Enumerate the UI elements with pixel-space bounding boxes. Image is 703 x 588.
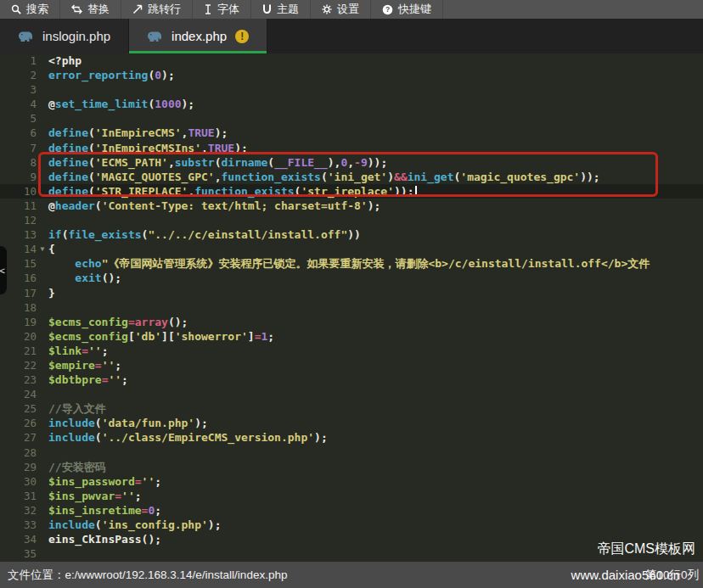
toolbar-item-gotoline[interactable]: 跳转行	[121, 0, 193, 19]
code-line[interactable]: 10define('STR_IREPLACE',function_exists(…	[0, 184, 703, 199]
code-line[interactable]: 4@set_time_limit(1000);	[0, 97, 703, 111]
tab-inslogin[interactable]: inslogin.php	[0, 19, 129, 53]
svg-text:?: ?	[385, 5, 390, 14]
gear-icon	[322, 4, 332, 14]
code-text: define('MAGIC_QUOTES_GPC',function_exist…	[48, 170, 600, 184]
fold-slot	[37, 430, 48, 445]
status-bar: 文件位置： e:/wwwroot/192.168.3.14/e/install/…	[0, 562, 703, 588]
help-icon: ?	[382, 4, 393, 15]
code-line[interactable]: 5	[0, 111, 703, 126]
code-line[interactable]: 1<?php	[0, 53, 703, 68]
code-line[interactable]: 12	[0, 213, 703, 227]
tab-index[interactable]: index.php!	[129, 19, 267, 53]
code-text: exit();	[48, 271, 121, 285]
toolbar-item-shortcuts[interactable]: ?快捷键	[371, 0, 443, 19]
code-line[interactable]: 6define('InEmpireCMS',TRUE);	[0, 126, 703, 140]
code-line[interactable]: 17}	[0, 286, 703, 300]
code-text: $empire='';	[48, 358, 121, 372]
code-text: $ecms_config['db']['showerror']=1;	[48, 329, 274, 344]
code-text: define('STR_IREPLACE',function_exists('s…	[48, 184, 417, 199]
toolbar-item-settings[interactable]: 设置	[311, 0, 371, 19]
code-text: echo"《帝国网站管理系统》安装程序已锁定。如果要重新安装，请删除<b>/c/…	[48, 256, 650, 271]
code-text: if(file_exists("../../c/einstall/install…	[48, 227, 361, 242]
code-line[interactable]: 30$ins_password='';	[0, 474, 703, 489]
line-number: 32	[0, 503, 37, 518]
line-number: 34	[0, 532, 37, 546]
fold-slot	[37, 184, 48, 199]
code-line[interactable]: 28	[0, 445, 703, 460]
code-line[interactable]: 16 exit();	[0, 271, 703, 285]
code-line[interactable]: 34eins_CkInsPass();	[0, 532, 703, 546]
theme-icon	[262, 4, 272, 14]
code-line[interactable]: 23$dbtbpre='';	[0, 372, 703, 387]
code-line[interactable]: 29//安装密码	[0, 460, 703, 474]
toolbar-item-theme[interactable]: 主题	[251, 0, 311, 19]
line-number: 27	[0, 430, 37, 445]
code-text: $ecms_config=array();	[48, 315, 188, 329]
code-line[interactable]: 24	[0, 387, 703, 401]
code-line[interactable]: 33include('ins_config.php');	[0, 518, 703, 532]
line-number: 24	[0, 387, 37, 401]
code-line[interactable]: 21$link='';	[0, 344, 703, 358]
code-line[interactable]: 11@header('Content-Type: text/html; char…	[0, 199, 703, 213]
fold-slot	[37, 387, 48, 401]
fold-arrow-icon[interactable]: ▼	[37, 242, 48, 256]
line-number: 5	[0, 111, 37, 126]
warning-icon: !	[235, 30, 249, 43]
line-number: 20	[0, 329, 37, 344]
fold-slot	[37, 416, 48, 430]
fold-slot	[37, 199, 48, 213]
toolbar-item-search[interactable]: 搜索	[0, 0, 60, 19]
line-number: 11	[0, 199, 37, 213]
code-line[interactable]: 3	[0, 82, 703, 97]
fold-slot	[37, 286, 48, 300]
line-number: 23	[0, 372, 37, 387]
code-line[interactable]: 7define('InEmpireCMSIns',TRUE);	[0, 141, 703, 155]
code-line[interactable]: 20$ecms_config['db']['showerror']=1;	[0, 329, 703, 344]
line-number: 21	[0, 344, 37, 358]
fold-slot	[37, 271, 48, 285]
line-number: 35	[0, 546, 37, 561]
code-line[interactable]: 19$ecms_config=array();	[0, 315, 703, 329]
goto-line-icon	[132, 4, 143, 14]
line-number: 13	[0, 227, 37, 242]
code-line[interactable]: 22$empire='';	[0, 358, 703, 372]
toolbar-item-replace[interactable]: 替换	[60, 0, 121, 19]
fold-slot	[37, 546, 48, 561]
line-number: 19	[0, 315, 37, 329]
code-text: define('ECMS_PATH',substr(dirname(__FILE…	[48, 155, 387, 170]
code-line[interactable]: 9define('MAGIC_QUOTES_GPC',function_exis…	[0, 170, 703, 184]
line-number: 1	[0, 53, 37, 68]
code-text: <?php	[48, 53, 82, 68]
code-line[interactable]: 27include('../class/EmpireCMS_version.ph…	[0, 430, 703, 445]
code-line[interactable]: 26include('data/fun.php');	[0, 416, 703, 430]
code-line[interactable]: 8define('ECMS_PATH',substr(dirname(__FIL…	[0, 155, 703, 170]
code-line[interactable]: 2error_reporting(0);	[0, 68, 703, 82]
fold-slot	[37, 170, 48, 184]
fold-slot	[37, 97, 48, 111]
code-line[interactable]: 14▼{	[0, 242, 703, 256]
fold-slot	[37, 126, 48, 140]
code-line[interactable]: 25//导入文件	[0, 401, 703, 416]
line-number: 9	[0, 170, 37, 184]
code-line[interactable]: 15 echo"《帝国网站管理系统》安装程序已锁定。如果要重新安装，请删除<b>…	[0, 256, 703, 271]
toolbar-item-label: 字体	[217, 2, 239, 17]
toolbar-item-label: 设置	[337, 2, 359, 17]
line-number: 7	[0, 141, 37, 155]
code-line[interactable]: 35	[0, 546, 703, 561]
code-text: eins_CkInsPass();	[48, 532, 161, 546]
toolbar-item-font[interactable]: 字体	[193, 0, 251, 19]
code-line[interactable]: 31$ins_pwvar='';	[0, 489, 703, 503]
panel-toggle-button[interactable]: <	[0, 246, 7, 294]
code-text: $ins_insretime=0;	[48, 503, 161, 518]
code-line[interactable]: 13if(file_exists("../../c/einstall/insta…	[0, 227, 703, 242]
php-file-icon	[18, 31, 34, 42]
file-path: e:/wwwroot/192.168.3.14/e/install/index.…	[65, 568, 288, 581]
fold-slot	[37, 329, 48, 344]
code-text: //导入文件	[48, 401, 106, 416]
code-line[interactable]: 18	[0, 300, 703, 315]
fold-slot	[37, 344, 48, 358]
tab-label: index.php	[172, 29, 227, 43]
code-text: define('InEmpireCMSIns',TRUE);	[48, 141, 248, 155]
code-line[interactable]: 32$ins_insretime=0;	[0, 503, 703, 518]
